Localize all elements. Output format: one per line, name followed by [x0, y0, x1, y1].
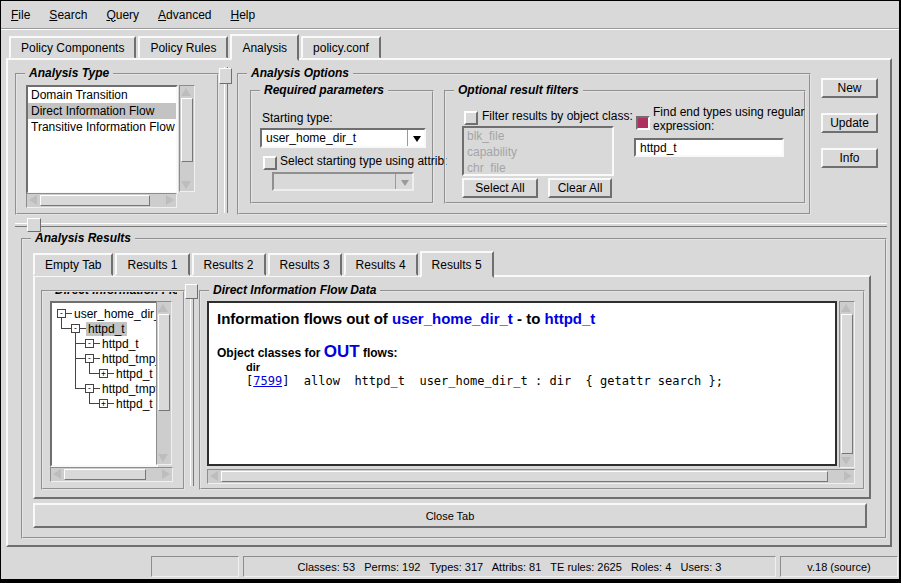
filter-by-class-label[interactable]: Filter results by object class:	[482, 109, 633, 123]
tree-node-label[interactable]: httpd_tmp_t	[100, 352, 158, 366]
tree-hscrollbar[interactable]	[50, 467, 173, 482]
results-sash-handle[interactable]	[185, 284, 198, 299]
scroll-thumb[interactable]	[64, 469, 146, 480]
tree-node-label[interactable]: user_home_dir_t	[72, 307, 158, 321]
scroll-down-icon[interactable]	[841, 457, 851, 465]
tree-node[interactable]: -user_home_dir_t	[57, 307, 158, 320]
update-button[interactable]: Update	[821, 113, 878, 133]
data-hscrollbar[interactable]	[207, 469, 855, 484]
tab-analysis[interactable]: Analysis	[230, 34, 299, 61]
tab-results-4[interactable]: Results 4	[344, 253, 418, 276]
analysis-type-vscrollbar[interactable]	[179, 85, 195, 192]
analysis-type-hscrollbar[interactable]	[26, 193, 177, 208]
scroll-right-icon[interactable]	[162, 469, 170, 479]
regex-checkbox-checked[interactable]	[636, 116, 650, 130]
tree-node[interactable]: -httpd_tmp_t	[85, 352, 158, 365]
tree-node-label-selected[interactable]: httpd_t	[86, 322, 127, 336]
scroll-left-icon[interactable]	[53, 469, 61, 479]
tree-node-label[interactable]: httpd_t	[114, 367, 155, 381]
status-version: v.18 (source)	[780, 556, 898, 577]
scroll-thumb[interactable]	[841, 314, 853, 454]
scroll-up-icon[interactable]	[181, 88, 191, 96]
flow-data-textarea[interactable]: Information flows out of user_home_dir_t…	[207, 301, 837, 466]
tree-expand-icon[interactable]: -	[85, 354, 94, 363]
scroll-down-icon[interactable]	[158, 454, 168, 462]
pane-sash-handle[interactable]	[27, 218, 41, 232]
attrib-checkbox[interactable]	[263, 156, 277, 170]
tree-node[interactable]: -httpd_t	[85, 337, 141, 350]
combo-dropdown-button[interactable]	[407, 130, 424, 146]
menu-advanced[interactable]: Advanced	[158, 8, 211, 22]
list-item-selected[interactable]: Direct Information Flow	[28, 103, 176, 119]
results-sash-vertical[interactable]	[190, 290, 194, 486]
tab-policy-rules[interactable]: Policy Rules	[138, 36, 228, 59]
analysis-type-title: Analysis Type	[25, 66, 113, 80]
optional-result-filters-title: Optional result filters	[454, 83, 583, 97]
filter-by-class-checkbox[interactable]	[464, 111, 478, 125]
list-item[interactable]: Transitive Information Flow	[28, 119, 176, 135]
tree-vscrollbar[interactable]	[156, 301, 172, 465]
list-item[interactable]: Domain Transition	[28, 87, 176, 103]
tree-expand-icon[interactable]: +	[99, 399, 108, 408]
tree-expand-icon[interactable]: -	[85, 339, 94, 348]
select-all-button[interactable]: Select All	[462, 178, 538, 198]
data-vscrollbar[interactable]	[839, 301, 855, 468]
pane-sash-handle[interactable]	[219, 68, 232, 84]
flow-tree[interactable]: -user_home_dir_t -httpd_t -httpd_t -http…	[50, 301, 158, 467]
scroll-thumb[interactable]	[181, 98, 193, 162]
tab-results-3[interactable]: Results 3	[268, 253, 342, 276]
scroll-thumb[interactable]	[40, 195, 150, 206]
scroll-up-icon[interactable]	[158, 304, 168, 312]
new-button[interactable]: New	[821, 78, 878, 98]
analysis-type-listbox[interactable]: Domain Transition Direct Information Flo…	[26, 85, 178, 194]
menu-file[interactable]: File	[11, 8, 30, 22]
list-item-disabled: blk_file	[464, 128, 612, 144]
flow-tree-title: Direct Information Flow T	[51, 290, 177, 297]
tree-expand-icon[interactable]: -	[85, 384, 94, 393]
clear-all-button[interactable]: Clear All	[548, 178, 612, 198]
pane-sash-vertical[interactable]	[224, 67, 228, 213]
menu-help[interactable]: Help	[230, 8, 255, 22]
tree-node[interactable]: -httpd_t	[71, 322, 127, 335]
tree-node-label[interactable]: httpd_tmpfs_	[100, 382, 158, 396]
tree-node[interactable]: +httpd_t	[99, 397, 155, 410]
tab-empty[interactable]: Empty Tab	[33, 253, 113, 276]
menu-query[interactable]: Query	[106, 8, 139, 22]
tree-connector-line	[61, 328, 71, 329]
regex-checkbox-label-line2[interactable]: expression:	[653, 119, 714, 133]
close-tab-button[interactable]: Close Tab	[33, 503, 867, 528]
tree-expand-icon[interactable]: +	[99, 369, 108, 378]
apol-window: File Search Query Advanced Help Policy C…	[0, 0, 901, 583]
scroll-thumb[interactable]	[158, 314, 170, 411]
scroll-left-icon[interactable]	[210, 471, 218, 481]
tab-policy-components[interactable]: Policy Components	[9, 36, 136, 59]
scroll-up-icon[interactable]	[841, 304, 851, 312]
scroll-thumb[interactable]	[221, 471, 828, 482]
tree-node-label[interactable]: httpd_t	[114, 397, 155, 411]
tree-expand-icon[interactable]: -	[71, 324, 80, 333]
tree-node-label[interactable]: httpd_t	[100, 337, 141, 351]
tree-node[interactable]: -httpd_tmpfs_	[85, 382, 158, 395]
tree-node[interactable]: +httpd_t	[99, 367, 155, 380]
te-rule-line: [7599] allow httpd_t user_home_dir_t : d…	[246, 374, 723, 388]
attrib-checkbox-label[interactable]: Select starting type using attrib:	[280, 154, 447, 168]
optional-result-filters-group: Optional result filters Filter results b…	[444, 90, 806, 204]
scroll-left-icon[interactable]	[29, 195, 37, 205]
regex-checkbox-label-line1[interactable]: Find end types using regular	[653, 105, 804, 119]
starting-type-combobox[interactable]: user_home_dir_t	[260, 128, 426, 148]
list-item-disabled: capability	[464, 144, 612, 160]
tab-results-5[interactable]: Results 5	[420, 251, 494, 278]
regex-input[interactable]: httpd_t	[634, 138, 784, 157]
tree-expand-icon[interactable]: -	[57, 309, 66, 318]
info-button[interactable]: Info	[821, 148, 878, 168]
scroll-right-icon[interactable]	[166, 195, 174, 205]
tab-results-2[interactable]: Results 2	[192, 253, 266, 276]
tab-policy-conf[interactable]: policy.conf	[301, 36, 381, 59]
rule-number-link[interactable]: 7599	[253, 374, 282, 388]
scroll-down-icon[interactable]	[181, 181, 191, 189]
pane-sash-horizontal[interactable]	[15, 223, 887, 227]
menu-search[interactable]: Search	[49, 8, 87, 22]
scroll-right-icon[interactable]	[844, 471, 852, 481]
tab-results-1[interactable]: Results 1	[115, 253, 189, 276]
required-parameters-group: Required parameters Starting type: user_…	[250, 90, 434, 204]
